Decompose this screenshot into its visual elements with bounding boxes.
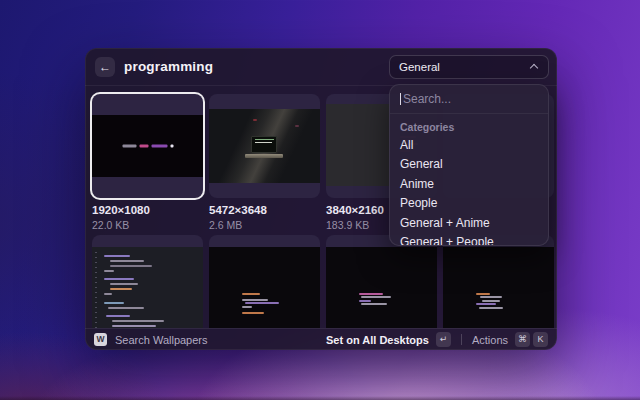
category-search-placeholder: Search...	[403, 92, 451, 106]
terminal-wallpaper-image	[92, 115, 203, 177]
category-option-general-anime[interactable]: General + Anime	[390, 213, 548, 233]
wallpaper-thumbnail	[209, 235, 320, 328]
category-search-input[interactable]: Search...	[390, 85, 548, 114]
footer-actions-area: Set on All Desktops ↵ Actions ⌘ K	[326, 332, 548, 347]
wallpapers-app-icon: W	[94, 333, 107, 346]
category-option-general[interactable]: General	[390, 155, 548, 175]
wallpaper-thumbnail	[209, 94, 320, 198]
wallpaper-filesize: 2.6 MB	[209, 219, 320, 231]
back-button[interactable]: ←	[95, 57, 115, 77]
wallpaper-thumbnail	[443, 235, 554, 328]
wallpaper-thumbnail-selected	[92, 94, 203, 198]
wallpaper-card-snippet-2[interactable]	[326, 235, 437, 328]
wallpaper-meta: 5472×3648 2.6 MB	[209, 198, 320, 231]
wallpaper-resolution: 5472×3648	[209, 204, 320, 217]
code-editor-image	[92, 247, 203, 328]
category-option-all[interactable]: All	[390, 135, 548, 155]
dark-snippet-image	[326, 247, 437, 328]
desktop-background: ← programming General	[0, 0, 640, 400]
wallpaper-card-snippet-3[interactable]	[443, 235, 554, 328]
laptop-photo-image	[209, 109, 320, 183]
category-option-general-people[interactable]: General + People	[390, 233, 548, 247]
wallpaper-search-window: ← programming General	[85, 48, 557, 350]
wallpaper-card-snippet-1[interactable]	[209, 235, 320, 328]
category-dropdown-panel: Search... Categories All General Anime P…	[389, 84, 549, 246]
category-option-anime[interactable]: Anime	[390, 174, 548, 194]
window-footer: W Search Wallpapers Set on All Desktops …	[85, 328, 557, 350]
k-key-icon: K	[533, 332, 548, 347]
text-caret	[400, 93, 401, 105]
primary-action-button[interactable]: Set on All Desktops	[326, 334, 429, 346]
command-key-icon: ⌘	[515, 332, 530, 347]
wallpaper-card-terminal[interactable]: 1920×1080 22.0 KB	[92, 94, 203, 231]
category-option-people[interactable]: People	[390, 194, 548, 214]
wallpaper-thumbnail	[326, 235, 437, 328]
wallpaper-card-editor[interactable]	[92, 235, 203, 328]
return-key-icon: ↵	[436, 332, 451, 347]
wallpaper-card-laptop[interactable]: 5472×3648 2.6 MB	[209, 94, 320, 231]
dark-snippet-image	[209, 247, 320, 328]
app-name-label: Search Wallpapers	[115, 334, 208, 346]
wallpaper-resolution: 1920×1080	[92, 204, 203, 217]
footer-divider	[461, 334, 462, 345]
wallpaper-meta: 1920×1080 22.0 KB	[92, 198, 203, 231]
actions-shortcut: ⌘ K	[515, 332, 548, 347]
category-dropdown-value: General	[399, 61, 440, 73]
category-dropdown-trigger[interactable]: General	[389, 55, 549, 79]
wallpaper-thumbnail	[92, 235, 203, 328]
actions-button[interactable]: Actions	[472, 334, 508, 346]
chevron-up-icon	[531, 63, 539, 71]
categories-section-label: Categories	[390, 114, 548, 135]
search-query-input[interactable]: programming	[124, 59, 213, 74]
dark-snippet-image	[443, 247, 554, 328]
wallpaper-filesize: 22.0 KB	[92, 219, 203, 231]
